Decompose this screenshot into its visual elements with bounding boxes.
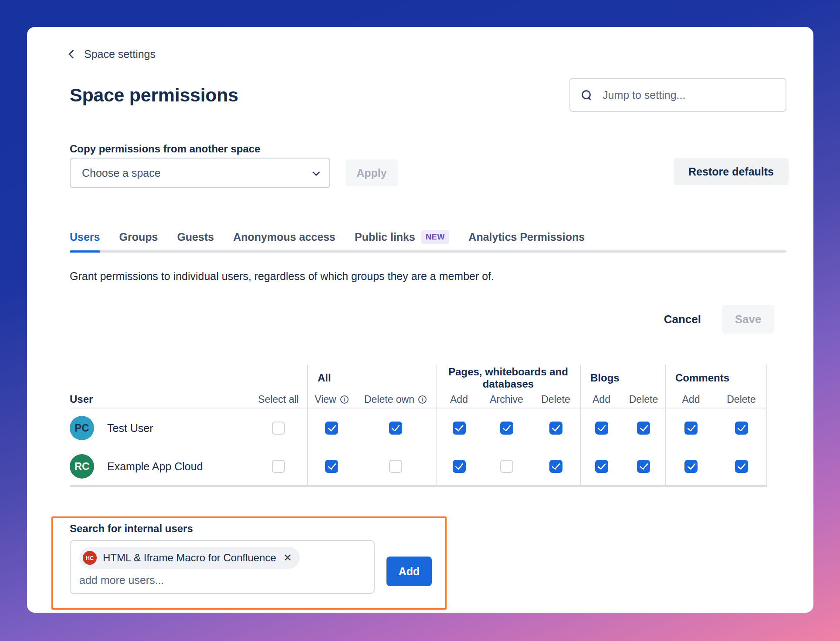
permissions-tab-bar: Users Groups Guests Anonymous access Pub…: [70, 231, 786, 253]
tab-groups[interactable]: Groups: [119, 231, 158, 253]
desktop-background: Space settings Space permissions Jump to…: [0, 0, 840, 641]
select-row-checkbox[interactable]: [272, 460, 285, 473]
info-icon[interactable]: [340, 395, 349, 404]
choose-space-value: Choose a space: [82, 167, 161, 179]
back-label: Space settings: [84, 48, 156, 61]
delete-own-checkbox[interactable]: [389, 422, 402, 435]
info-icon[interactable]: [418, 395, 427, 404]
group-header-all: All: [307, 365, 436, 391]
tab-anonymous-access[interactable]: Anonymous access: [233, 231, 335, 253]
choose-space-select[interactable]: Choose a space: [70, 158, 330, 188]
search-icon: [582, 90, 591, 100]
avatar: HC: [83, 551, 97, 565]
column-header-blogs-add: Add: [580, 391, 622, 408]
column-header-select-all: Select all: [250, 391, 307, 408]
column-header-comments-delete: Delete: [716, 391, 767, 408]
tab-users[interactable]: Users: [70, 231, 100, 253]
picker-placeholder: add more users...: [79, 574, 365, 587]
user-picker-input[interactable]: HC HTML & Iframe Macro for Confluence ✕ …: [70, 540, 375, 594]
view-checkbox[interactable]: [325, 460, 338, 473]
pages-add-checkbox[interactable]: [453, 422, 466, 435]
blogs-add-checkbox[interactable]: [595, 460, 608, 473]
table-row-user: PC Test User: [70, 408, 250, 448]
blogs-delete-checkbox[interactable]: [637, 422, 650, 435]
back-chevron-icon: [68, 50, 78, 59]
user-name: Example App Cloud: [107, 460, 203, 473]
table-actions: Cancel Save: [664, 305, 774, 334]
table-row-user: RC Example App Cloud: [70, 448, 250, 487]
column-header-comments-add: Add: [665, 391, 716, 408]
comments-add-checkbox[interactable]: [684, 460, 698, 473]
column-header-delete-own: Delete own: [355, 391, 436, 408]
pages-delete-checkbox[interactable]: [549, 422, 562, 435]
search-internal-users-label: Search for internal users: [70, 523, 193, 535]
copy-permissions-label: Copy permissions from another space: [70, 143, 260, 155]
blogs-delete-checkbox[interactable]: [637, 460, 650, 473]
column-header-blogs-delete: Delete: [622, 391, 665, 408]
pages-archive-checkbox[interactable]: [500, 460, 513, 473]
space-permissions-card: Space settings Space permissions Jump to…: [27, 27, 813, 613]
group-header-spacer: [70, 365, 307, 391]
column-header-user: User: [70, 391, 250, 408]
delete-own-checkbox[interactable]: [389, 460, 402, 473]
select-row-checkbox[interactable]: [272, 422, 285, 435]
group-header-pages: Pages, whiteboards and databases: [436, 365, 580, 391]
restore-defaults-button[interactable]: Restore defaults: [674, 158, 789, 185]
jump-to-setting-search[interactable]: Jump to setting...: [569, 78, 786, 112]
remove-icon[interactable]: ✕: [283, 553, 292, 563]
avatar: RC: [70, 454, 94, 479]
group-header-comments: Comments: [665, 365, 767, 391]
group-header-blogs: Blogs: [580, 365, 665, 391]
comments-add-checkbox[interactable]: [684, 422, 698, 435]
tab-public-links[interactable]: Public links NEW: [355, 231, 449, 253]
chip-label: HTML & Iframe Macro for Confluence: [103, 552, 276, 564]
apply-button[interactable]: Apply: [345, 159, 398, 186]
view-checkbox[interactable]: [325, 422, 338, 435]
tab-guests[interactable]: Guests: [177, 231, 214, 253]
save-button[interactable]: Save: [722, 305, 774, 334]
column-header-pages-delete: Delete: [532, 391, 580, 408]
new-badge: NEW: [421, 230, 449, 244]
jump-search-placeholder: Jump to setting...: [603, 89, 685, 101]
comments-delete-checkbox[interactable]: [735, 460, 748, 473]
pages-archive-checkbox[interactable]: [500, 422, 513, 435]
column-header-pages-add: Add: [436, 391, 481, 408]
comments-delete-checkbox[interactable]: [735, 422, 748, 435]
pages-add-checkbox[interactable]: [453, 460, 466, 473]
tab-description: Grant permissions to individual users, r…: [70, 270, 494, 283]
permissions-table: All Pages, whiteboards and databases Blo…: [70, 365, 767, 487]
tab-analytics-permissions[interactable]: Analytics Permissions: [468, 231, 585, 253]
pages-delete-checkbox[interactable]: [549, 460, 562, 473]
add-user-button[interactable]: Add: [386, 557, 432, 586]
user-name: Test User: [107, 422, 153, 435]
page-title: Space permissions: [70, 84, 238, 106]
chevron-down-icon: [312, 168, 320, 176]
cancel-button[interactable]: Cancel: [664, 313, 701, 326]
column-header-view: View: [307, 391, 355, 408]
back-to-space-settings-link[interactable]: Space settings: [70, 48, 156, 61]
blogs-add-checkbox[interactable]: [595, 422, 608, 435]
selected-user-chip[interactable]: HC HTML & Iframe Macro for Confluence ✕: [79, 547, 300, 569]
avatar: PC: [70, 416, 94, 440]
column-header-pages-archive: Archive: [481, 391, 532, 408]
